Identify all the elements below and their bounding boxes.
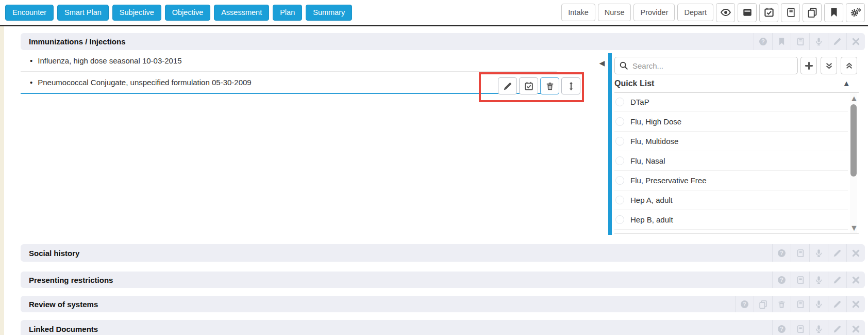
calendar-check-button[interactable] <box>759 3 778 22</box>
section-header-icons: ? <box>735 296 865 312</box>
nav-tab-subjective[interactable]: Subjective <box>112 5 161 21</box>
nav-tab-objective[interactable]: Objective <box>165 5 210 21</box>
gears-button[interactable] <box>846 3 865 22</box>
copy-button[interactable] <box>754 296 772 312</box>
immunization-row[interactable]: •Pneumococcal Conjugate, unspecified for… <box>21 72 557 94</box>
section-bar-social-history[interactable]: Social history? <box>21 244 865 262</box>
immunization-list: •Influenza, high dose seasonal 10-03-201… <box>21 50 557 94</box>
bookmark-icon <box>829 7 839 18</box>
help-button[interactable]: ? <box>772 320 791 335</box>
copy-icon <box>759 300 767 309</box>
chevron-double-down-button[interactable] <box>821 57 837 74</box>
nav-tab-assessment[interactable]: Assessment <box>214 5 269 21</box>
pencil-button[interactable] <box>828 320 846 335</box>
archive-icon <box>742 7 753 18</box>
mic-button[interactable] <box>809 244 828 262</box>
pencil-button[interactable] <box>498 77 517 94</box>
quick-list-item[interactable]: DTaP <box>614 92 848 112</box>
close-button[interactable] <box>846 244 865 262</box>
book-button[interactable] <box>791 272 809 288</box>
section-bar-review-of-systems[interactable]: Review of systems? <box>21 296 865 312</box>
nav-tab-summary[interactable]: Summary <box>306 5 352 21</box>
help-icon: ? <box>740 300 749 309</box>
pencil-icon <box>503 82 512 91</box>
nav-tab-plan[interactable]: Plan <box>273 5 302 21</box>
help-button[interactable]: ? <box>735 296 754 312</box>
chevron-double-up-button[interactable] <box>841 57 857 74</box>
book-button[interactable] <box>791 33 809 50</box>
caret-left-icon: ◀ <box>599 59 605 67</box>
stage-button-depart[interactable]: Depart <box>677 4 713 21</box>
archive-button[interactable] <box>738 3 757 22</box>
move-vertical-icon <box>566 82 576 91</box>
help-icon: ? <box>759 37 767 46</box>
pencil-button[interactable] <box>828 33 846 50</box>
trash-button[interactable] <box>772 296 791 312</box>
book-button[interactable] <box>791 296 809 312</box>
stage-button-nurse[interactable]: Nurse <box>598 4 631 21</box>
section-bar-immunizations-injections[interactable]: Immunizations / Injections ? <box>21 33 865 50</box>
close-button[interactable] <box>846 272 865 288</box>
bookmark-button[interactable] <box>772 33 791 50</box>
quick-list-header[interactable]: Quick List ▲ <box>614 75 859 92</box>
section-header-icons: ? <box>772 320 865 335</box>
add-button[interactable] <box>800 57 817 74</box>
search-icon <box>619 61 628 70</box>
mic-button[interactable] <box>809 272 828 288</box>
close-button[interactable] <box>846 33 865 50</box>
pencil-button[interactable] <box>828 296 846 312</box>
help-button[interactable]: ? <box>754 33 772 50</box>
stage-nav: IntakeNurseProviderDepart <box>561 3 865 22</box>
calendar-check-button[interactable] <box>519 77 538 94</box>
trash-button[interactable] <box>540 77 559 94</box>
move-vertical-button[interactable] <box>561 77 580 94</box>
mic-button[interactable] <box>809 320 828 335</box>
search-input[interactable] <box>614 57 798 74</box>
pencil-button[interactable] <box>828 272 846 288</box>
bookmark-button[interactable] <box>824 3 843 22</box>
quick-list-item[interactable]: Hep A, adult <box>614 190 848 210</box>
mic-icon <box>814 249 823 258</box>
stage-button-provider[interactable]: Provider <box>633 4 675 21</box>
section-bar-presenting-restrictions[interactable]: Presenting restrictions? <box>21 272 865 288</box>
book-button[interactable] <box>791 244 809 262</box>
caret-up-icon[interactable]: ▲ <box>850 94 857 103</box>
section-bar-linked-documents[interactable]: Linked Documents? <box>21 320 865 335</box>
svg-text:?: ? <box>780 277 783 283</box>
nav-tab-smart-plan[interactable]: Smart Plan <box>57 5 109 21</box>
book-icon <box>796 300 805 309</box>
mic-button[interactable] <box>809 296 828 312</box>
mic-button[interactable] <box>809 33 828 50</box>
section-header-icons: ? <box>754 33 865 50</box>
eye-icon <box>721 7 731 18</box>
quick-list-item[interactable]: Flu, High Dose <box>614 112 848 132</box>
quick-list-item[interactable]: Hep B, adult <box>614 210 848 230</box>
quick-list-item[interactable]: Flu, Nasal <box>614 151 848 171</box>
close-button[interactable] <box>846 296 865 312</box>
eye-button[interactable] <box>716 3 735 22</box>
stage-button-intake[interactable]: Intake <box>561 4 595 21</box>
radio-circle-icon <box>615 137 624 146</box>
mic-icon <box>814 300 823 309</box>
quick-list-item[interactable]: Flu, Multidose <box>614 132 848 151</box>
help-button[interactable]: ? <box>772 244 791 262</box>
quick-list-item[interactable]: Flu, Preservative Free <box>614 171 848 190</box>
copy-button[interactable] <box>803 3 822 22</box>
help-button[interactable]: ? <box>772 272 791 288</box>
pencil-button[interactable] <box>828 244 846 262</box>
close-button[interactable] <box>846 320 865 335</box>
book-button[interactable] <box>791 320 809 335</box>
copy-icon <box>807 7 817 18</box>
book-button[interactable] <box>781 3 800 22</box>
search-box <box>614 57 798 74</box>
pencil-icon <box>833 249 842 258</box>
immunization-row[interactable]: •Influenza, high dose seasonal 10-03-201… <box>21 50 557 72</box>
scrollbar-thumb[interactable] <box>850 104 857 177</box>
quick-list-scrollbar[interactable]: ▲ ▼ <box>850 93 857 233</box>
caret-down-icon[interactable]: ▼ <box>850 224 857 232</box>
help-icon: ? <box>777 276 786 284</box>
left-edge-strip <box>0 26 4 335</box>
nav-tab-encounter[interactable]: Encounter <box>5 5 54 21</box>
caret-up-icon[interactable]: ▲ <box>842 79 859 88</box>
panel-collapse-button[interactable]: ◀ <box>596 56 608 70</box>
